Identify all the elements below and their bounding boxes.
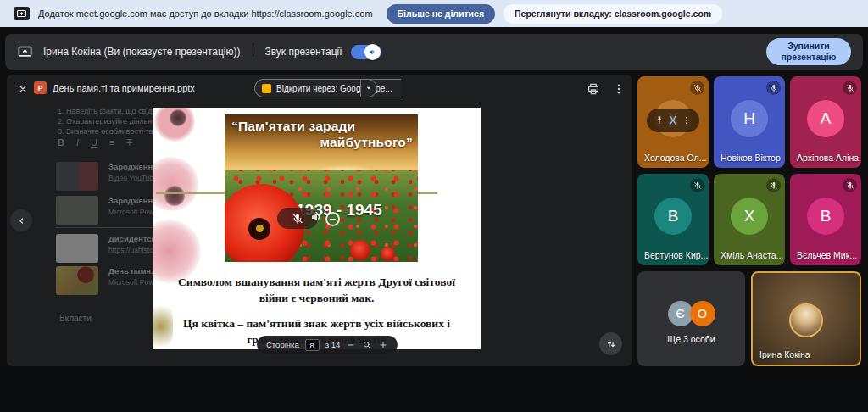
avatar: В [654,198,692,235]
mic-off-icon [292,213,303,225]
print-icon[interactable] [587,82,600,96]
mic-off-icon [846,181,854,190]
poppy-flower [350,240,370,260]
mic-muted-badge [843,178,857,192]
participant-name: Новіков Віктор [721,153,781,163]
speaker-icon [368,47,377,57]
attachment-thumbnail [56,234,98,263]
participant-tile[interactable]: В Вєльчев Мик... [790,174,861,265]
mic-muted-badge [690,178,704,192]
google-slides-icon [262,84,271,93]
mic-off-icon [693,84,702,92]
flower-center [164,186,185,206]
more-participants-label: Ще 3 особи [637,334,745,344]
attachment-thumbnail [56,266,98,295]
avatar-letter: Х [669,114,676,127]
attach-label[interactable]: Вкласти [59,314,92,323]
page-total: з 14 [326,340,341,349]
presentation-viewer: 1. Наведіть факти, що свідчать пр... 2. … [7,75,632,366]
mic-muted-badge [766,81,781,95]
zoom-icon[interactable] [362,340,372,350]
scroll-mode-button[interactable] [599,332,622,355]
self-name: Ірина Кокіна [760,349,810,359]
powerpoint-file-icon: P [34,81,47,94]
more-participants-tile[interactable]: Є O Ще 3 особи [637,271,745,366]
tab-sharing-banner: Додаток meet.google.com має доступ до вк… [0,0,868,27]
participant-name: Архіпова Аліна [797,153,859,163]
mic-off-icon [770,84,778,92]
page-number-input[interactable]: 8 [305,339,320,351]
self-avatar-photo [789,303,823,337]
self-video-tile[interactable]: Ірина Кокіна [751,271,861,366]
slide-title: “Пам'ятати заради майбутнього” [231,119,413,150]
avatar: А [807,100,844,137]
up-down-arrows-icon [605,338,617,350]
slide-canvas: “Пам'ятати заради майбутнього” 1939 - 19… [153,108,481,349]
divider [253,45,253,58]
poppy-flower [381,247,395,261]
mic-muted-badge [766,178,781,192]
close-icon[interactable] [17,83,29,95]
meet-screen: Додаток meet.google.com має доступ до вк… [0,0,868,412]
more-options-icon[interactable] [682,115,692,125]
presentation-audio-label: Звук презентації [265,46,342,58]
tile-hover-actions: Х [647,109,699,132]
chevron-left-icon [16,215,27,226]
participant-name: Вєльчев Мик... [797,250,857,260]
main-stage: 1. Наведіть факти, що свідчать пр... 2. … [0,71,868,366]
italic-icon[interactable]: I [76,137,79,148]
page-label: Сторінка [266,340,299,349]
participant-name: Вертунов Кир... [644,250,708,260]
mic-off-icon [846,84,854,92]
format-toolbar: B I U ≡ T [58,137,132,148]
pin-icon[interactable] [654,115,665,125]
view-tab-button[interactable]: Переглянути вкладку: classroom.google.co… [504,4,722,24]
previous-button[interactable] [10,209,32,231]
mic-muted-badge [843,81,857,95]
speaker-icon[interactable] [309,209,325,225]
toggle-thumb [364,44,381,60]
avatar: Х [731,198,768,235]
participant-name: Хміль Анаста... [721,250,783,260]
underline-icon[interactable]: U [91,137,97,148]
presentation-audio-toggle[interactable] [351,45,381,59]
slide-body-text: Символом вшанування пам'яті жертв Другої… [153,274,481,306]
attachment-thumbnail [56,196,98,225]
divider [56,227,166,228]
presenter-name: Ірина Кокіна (Ви (показуєте презентацію)… [43,46,241,58]
avatar: Н [731,100,768,137]
list-icon[interactable]: ≡ [109,137,114,148]
mic-off-icon [693,181,702,190]
zoom-in-icon[interactable] [378,340,388,350]
bold-icon[interactable]: B [58,137,64,148]
volume-control-icon[interactable] [326,212,340,226]
presenting-icon [17,44,33,60]
slide-paragraph: Символом вшанування пам'яті жертв Другої… [177,274,457,306]
more-options-icon[interactable] [612,82,626,96]
page-controls: Сторінка 8 з 14 [257,336,398,354]
poppy-field-image: “Пам'ятати заради майбутнього” 1939 - 19… [225,114,418,262]
participant-tile[interactable]: А Архіпова Аліна [790,76,861,168]
participant-tile[interactable]: Х Х Холодова Ол... [637,76,709,168]
participant-tile[interactable]: Х Хміль Анаста... [714,174,785,265]
screen-share-icon [14,7,30,20]
open-with-button[interactable]: Відкрити через: Google Пре... [254,79,401,97]
stop-sharing-button[interactable]: Більше не ділитися [387,4,495,24]
chevron-down-icon [364,83,374,93]
slide-title-line2: майбутнього” [231,135,413,151]
sharing-message: Додаток meet.google.com має доступ до вк… [38,8,373,19]
participant-tile[interactable]: В Вертунов Кир... [637,174,709,265]
mic-off-icon [770,181,778,190]
avatar: В [807,198,844,235]
mic-muted-badge [690,81,704,95]
presenter-bar: Ірина Кокіна (Ви (показуєте презентацію)… [5,34,863,70]
clear-format-icon[interactable]: T [126,137,132,148]
participant-tile[interactable]: Н Новіков Віктор [714,76,785,168]
avatar: O [690,301,715,326]
presentation-filename: День памя.ті та примирення.pptx [53,83,195,93]
flower-center [170,109,186,126]
bottom-control-bar: 08:54 tjm-fwmh-oxa 11 [0,366,868,412]
participant-name: Холодова Ол... [644,153,706,163]
zoom-out-icon[interactable] [346,340,356,350]
stop-presentation-button[interactable]: Зупинити презентацію [766,38,851,64]
